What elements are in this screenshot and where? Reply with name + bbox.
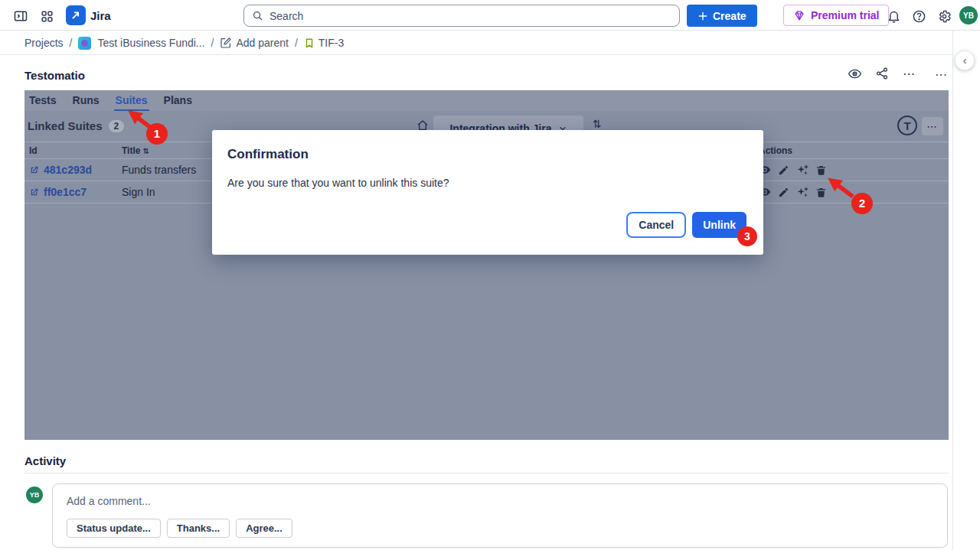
top-navigation-bar: Jira Create Premium trial — [0, 0, 980, 31]
comment-placeholder: Add a comment... — [67, 495, 151, 507]
breadcrumb-project[interactable]: Test iBusiness Fundi... — [97, 37, 204, 49]
collapse-panel-chevron-button[interactable]: ‹ — [955, 50, 975, 70]
breadcrumb-separator: / — [295, 37, 298, 49]
quick-replies: Status update... Thanks... Agree... — [67, 519, 292, 538]
suite-id-link[interactable]: ff0e1cc7 — [44, 186, 87, 198]
dialog-actions: Cancel Unlink — [626, 212, 746, 238]
linked-suites-heading: Linked Suites 2 — [28, 119, 124, 132]
search-bar[interactable] — [243, 5, 680, 27]
external-link-icon — [29, 165, 39, 175]
breadcrumb-separator: / — [70, 37, 73, 49]
right-panel-divider — [952, 31, 953, 550]
delete-trash-icon[interactable] — [815, 187, 827, 198]
quick-reply-thanks[interactable]: Thanks... — [167, 519, 230, 538]
suite-id-link[interactable]: 481c293d — [44, 164, 92, 176]
help-icon[interactable] — [909, 6, 929, 26]
search-input[interactable] — [270, 10, 671, 22]
comment-box[interactable]: Add a comment... Status update... Thanks… — [52, 483, 948, 548]
gem-icon — [793, 10, 805, 21]
sidebar-toggle-icon[interactable] — [11, 6, 31, 26]
ai-sparkles-icon[interactable] — [796, 186, 808, 198]
notifications-bell-icon[interactable] — [884, 6, 903, 26]
dialog-title: Confirmation — [227, 147, 309, 162]
widget-title: Testomatio — [24, 69, 85, 82]
delete-trash-icon[interactable] — [815, 164, 827, 176]
tab-tests[interactable]: Tests — [28, 94, 58, 111]
app-title: Jira — [90, 9, 111, 22]
tab-runs[interactable]: Runs — [71, 94, 101, 111]
edit-pencil-icon[interactable] — [778, 164, 789, 176]
row-actions — [759, 186, 949, 198]
confirmation-dialog: Confirmation Are you sure that you want … — [212, 130, 763, 255]
edit-icon — [220, 37, 232, 49]
jira-logo[interactable] — [66, 5, 86, 25]
plus-icon — [697, 11, 708, 21]
quick-reply-agree[interactable]: Agree... — [236, 519, 292, 538]
project-avatar-icon — [78, 37, 91, 50]
column-header-actions: Actions — [759, 145, 949, 156]
dialog-message: Are you sure that you want to unlink thi… — [227, 177, 449, 189]
ai-sparkles-icon[interactable] — [796, 164, 808, 176]
suites-count-badge: 2 — [109, 120, 125, 132]
breadcrumb: Projects / Test iBusiness Fundi... / Add… — [24, 31, 344, 55]
external-link-icon — [29, 187, 39, 197]
comment-avatar: YB — [26, 487, 43, 503]
user-avatar[interactable]: YB — [959, 6, 978, 24]
edit-pencil-icon[interactable] — [778, 187, 789, 198]
premium-trial-button[interactable]: Premium trial — [783, 5, 889, 26]
activity-section: Activity YB Add a comment... Status upda… — [24, 453, 949, 550]
testomatio-logo: T — [897, 116, 917, 135]
activity-heading: Activity — [24, 453, 949, 470]
widget-more-icon[interactable]: ⋯ — [935, 67, 949, 82]
breadcrumb-projects[interactable]: Projects — [24, 37, 64, 49]
widget-tabs: Tests Runs Suites Plans — [24, 90, 949, 111]
column-header-id[interactable]: Id — [24, 145, 122, 156]
activity-divider — [24, 473, 949, 474]
breadcrumb-issue[interactable]: TIF-3 — [304, 37, 344, 49]
tab-plans[interactable]: Plans — [162, 94, 194, 111]
app-switcher-icon[interactable] — [37, 6, 57, 26]
row-actions — [759, 164, 949, 176]
settings-gear-icon[interactable] — [934, 6, 954, 26]
cancel-button[interactable]: Cancel — [626, 212, 686, 238]
title-sort-icon: ⇅ — [142, 147, 149, 155]
unlink-button[interactable]: Unlink — [692, 212, 746, 238]
tab-suites[interactable]: Suites — [114, 94, 149, 111]
page: Jira Create Premium trial — [0, 0, 980, 550]
widget-title-row: Testomatio ⋯ — [24, 69, 949, 87]
add-parent-button[interactable]: Add parent — [220, 37, 289, 49]
sort-icon[interactable]: ⇅ — [593, 118, 602, 130]
widget-toolbar-more-icon[interactable]: ⋯ — [922, 117, 943, 135]
search-icon — [252, 10, 263, 21]
quick-reply-status-update[interactable]: Status update... — [67, 519, 161, 538]
chevron-left-icon: ‹ — [963, 54, 967, 67]
breadcrumb-row: Projects / Test iBusiness Fundi... / Add… — [0, 31, 952, 55]
create-button[interactable]: Create — [687, 5, 757, 27]
bookmark-icon — [304, 37, 315, 49]
breadcrumb-separator: / — [211, 37, 214, 49]
